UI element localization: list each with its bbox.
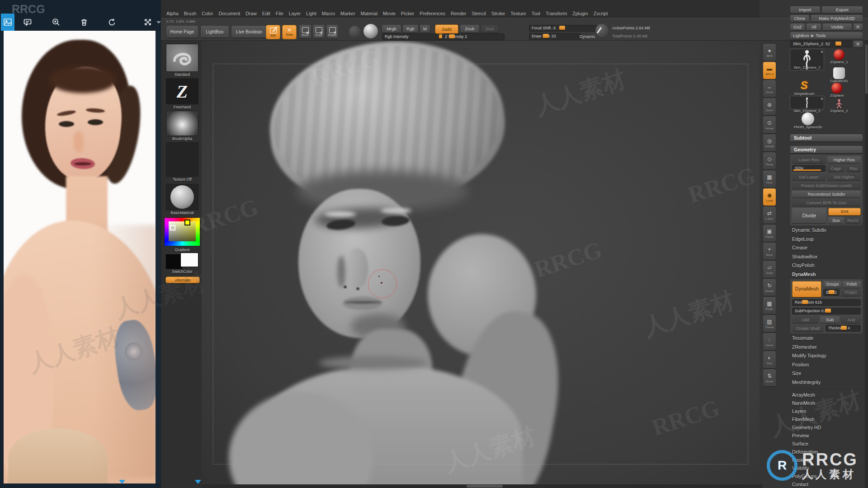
menu-item[interactable]: Macro (322, 11, 335, 16)
resolution-slider[interactable]: Resolution 616 (792, 299, 861, 306)
scale-mode-button[interactable]: S Scale (313, 25, 325, 38)
shelf-strip-button[interactable]: ▣ Frame (763, 225, 776, 242)
rotate-mode-button[interactable]: R Rotate (326, 25, 338, 38)
goz-r-button[interactable]: R (854, 23, 863, 30)
section-header-item[interactable]: Preview (790, 432, 863, 440)
menu-item[interactable]: File (276, 11, 283, 16)
section-header-item[interactable]: FiberMesh (790, 416, 863, 424)
shelf-strip-button[interactable]: ⇄ L.Sym (763, 206, 776, 224)
shelf-strip-button[interactable]: ◎ AAHalf (763, 134, 776, 151)
menu-item[interactable]: Material (361, 11, 377, 16)
shelf-strip-button[interactable]: ◐ Solo (763, 351, 776, 368)
make-polymesh3d-button[interactable]: Make PolyMesh3D (811, 15, 863, 22)
thickness-handle[interactable] (841, 326, 847, 330)
tool-r-button[interactable]: R (854, 41, 863, 47)
mrgb-button[interactable]: Mrgb (382, 25, 401, 33)
menu-item[interactable]: Render (451, 11, 466, 16)
section-header-item[interactable]: NanoMesh (790, 399, 863, 408)
goz-all-button[interactable]: All (807, 23, 821, 30)
blur-slider[interactable]: Blur 2 (823, 289, 840, 296)
section-header-item[interactable]: Position (790, 361, 863, 370)
dynamic-toggle[interactable]: Dynamic (580, 34, 595, 39)
color-picker-square[interactable] (169, 221, 196, 241)
menu-item[interactable]: Color (202, 11, 213, 16)
zcut-button[interactable]: Zcut (481, 25, 498, 33)
and-toggle[interactable]: And (841, 316, 861, 323)
reconstruct-subdiv-button[interactable]: Reconstruct Subdiv (792, 191, 861, 197)
section-header-item[interactable]: Crease (790, 244, 863, 253)
menu-item[interactable]: Stencil (472, 11, 486, 16)
suv-toggle[interactable]: Suv (828, 217, 844, 224)
tool-thumbnail-zsphere[interactable]: ZSphere (830, 83, 844, 98)
home-page-button[interactable]: Home Page (166, 26, 198, 38)
lightbox-button[interactable]: LightBox (201, 26, 229, 38)
shelf-strip-button[interactable]: + Move (763, 243, 776, 260)
sculpt-viewport[interactable] (202, 40, 762, 488)
shelf-strip-button[interactable]: ▩ PolyF (763, 297, 776, 314)
material-selector-sphere[interactable] (363, 24, 378, 38)
del-higher-button[interactable]: Del Higher (827, 174, 861, 180)
menu-item[interactable]: Draw (245, 11, 257, 16)
sv-cursor[interactable] (170, 225, 175, 230)
higher-res-button[interactable]: Higher Res (827, 156, 861, 163)
goz-visible-button[interactable]: Visible (823, 23, 852, 30)
zadd-button[interactable]: Zadd (435, 24, 458, 34)
shelf-strip-button[interactable]: ▬ SPix 3 (763, 62, 776, 79)
canvas-scrollbar-vertical[interactable] (865, 40, 868, 488)
section-header-item[interactable]: Size (790, 370, 863, 379)
shelf-strip-button[interactable]: ● BPR (763, 44, 776, 61)
z-intensity-handle[interactable] (449, 34, 455, 38)
menu-item[interactable]: Marker (340, 11, 355, 16)
menu-item[interactable]: Alpha (166, 11, 179, 16)
menu-item[interactable]: Picker (401, 11, 414, 16)
convert-bpr-button[interactable]: Convert BPR To Geo (792, 199, 861, 206)
focal-shift-handle[interactable] (559, 26, 565, 30)
shelf-strip-button[interactable]: ▱ Scale (763, 261, 776, 278)
chevron-down-icon[interactable] (156, 21, 161, 23)
subtool-section-header[interactable]: Subtool (790, 134, 863, 141)
subprojection-handle[interactable] (825, 309, 831, 313)
draw-mode-button[interactable]: ✳ Draw (282, 25, 297, 39)
rgb-intensity-slider[interactable]: Rgb Intensity (382, 33, 444, 40)
sub-toggle[interactable]: Sub (820, 316, 840, 323)
section-header-item[interactable]: Tessimate (790, 334, 863, 343)
m-button[interactable]: M (420, 25, 430, 33)
menu-item[interactable]: Edit (262, 11, 270, 16)
blur-handle[interactable] (829, 290, 835, 294)
rsu-button[interactable]: Rsu (846, 165, 861, 172)
texture-selector[interactable] (166, 143, 198, 176)
sdiv-slider[interactable]: SDiv (792, 165, 826, 172)
goz-button[interactable]: GoZ (790, 23, 805, 30)
section-header-item[interactable]: Modify Topology (790, 352, 863, 361)
image-button[interactable] (1, 14, 14, 31)
groups-toggle[interactable]: Groups (823, 281, 841, 288)
main-color-swatch[interactable] (166, 255, 182, 268)
edit-mode-button[interactable]: Edit (266, 25, 280, 39)
shelf-strip-button[interactable]: ⊕ Zoom (763, 98, 776, 115)
active-tool-handle[interactable] (835, 42, 841, 46)
section-header-item[interactable]: Contact (790, 481, 863, 488)
rgb-button[interactable]: Rgb (403, 25, 418, 33)
section-header-item[interactable]: ZRemesher (790, 343, 863, 352)
shelf-strip-button[interactable]: ↔ Scroll (763, 80, 776, 97)
alternate-button[interactable]: Alternate (165, 277, 200, 283)
smt-toggle[interactable]: Smt (828, 208, 861, 216)
color-picker[interactable] (165, 218, 200, 246)
clone-button[interactable]: Clone (790, 15, 809, 22)
lightbox-tools-button[interactable]: Lightbox ► Tools (790, 32, 863, 39)
zoom-button[interactable] (49, 14, 63, 31)
alpha-selector[interactable] (166, 111, 198, 136)
freeze-subdivision-button[interactable]: Freeze SubDivision Levels (792, 182, 861, 189)
comment-button[interactable] (21, 14, 34, 31)
section-header-item[interactable]: Surface (790, 440, 863, 448)
menu-item[interactable]: Zplugin (572, 11, 588, 16)
section-header-item[interactable]: ShadowBox (790, 253, 863, 262)
focal-shift-slider[interactable]: Focal Shift -3 (529, 25, 598, 32)
shelf-strip-button[interactable]: ▨ Transp (763, 315, 776, 332)
menu-item[interactable]: Document (218, 11, 240, 16)
reference-scroll-gutter[interactable] (156, 31, 161, 483)
menu-item[interactable]: Preferences (420, 11, 445, 16)
menu-item[interactable]: Brush (184, 11, 196, 16)
tool-thumbnail-simplebrush[interactable]: S SimpleBrush (794, 79, 814, 96)
canvas-scrollbar-horizontal[interactable] (202, 484, 762, 488)
